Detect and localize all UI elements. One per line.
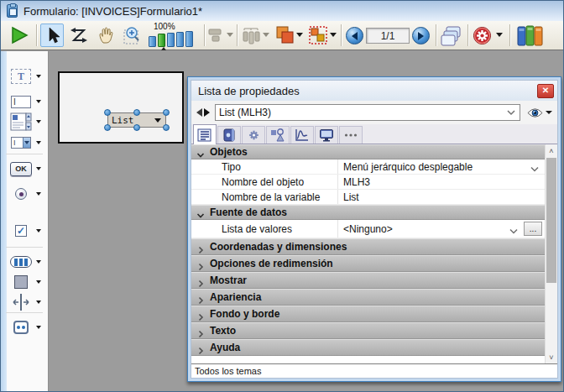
- dropdown-arrow-icon[interactable]: [36, 192, 41, 196]
- selection-handle-top-right[interactable]: [163, 109, 170, 116]
- form-properties-button[interactable]: [473, 26, 492, 45]
- section-header-fuente-de-datos[interactable]: Fuente de datos: [191, 205, 545, 220]
- section-header-mostrar[interactable]: Mostrar: [191, 272, 545, 289]
- splitter-tool[interactable]: [9, 292, 48, 312]
- dropdown-arrow-icon[interactable]: [36, 100, 41, 103]
- window-title: Formulario: [INVOICES]Formulario1*: [24, 5, 202, 18]
- next-object-button[interactable]: [204, 108, 210, 117]
- selection-handle-top-left[interactable]: [104, 109, 111, 116]
- selection-handle-top-center[interactable]: [133, 109, 140, 116]
- form-canvas[interactable]: List: [58, 71, 184, 144]
- section-header-coordenadas-y-dimensiones[interactable]: Coordenadas y dimensiones: [191, 238, 545, 255]
- selection-handle-bottom-right[interactable]: [163, 124, 170, 131]
- themes-status-bar[interactable]: Todos los temas: [191, 363, 557, 378]
- tab-data[interactable]: [217, 126, 241, 144]
- property-value[interactable]: MLH3: [337, 175, 545, 189]
- dropdown-arrow-icon[interactable]: [36, 301, 41, 304]
- align-dropdown[interactable]: [227, 33, 233, 37]
- chevron-down-icon[interactable]: [530, 164, 540, 170]
- section-header-objetos[interactable]: Objetos: [191, 144, 545, 159]
- text-tool[interactable]: T: [9, 66, 48, 86]
- level-tool-button[interactable]: [274, 25, 295, 45]
- zoom-bar-5[interactable]: [185, 31, 193, 47]
- property-panel-titlebar[interactable]: Lista de propiedades ✕: [191, 81, 557, 101]
- tab-property-list[interactable]: [193, 124, 217, 144]
- view-options-button[interactable]: [527, 107, 552, 118]
- previous-object-button[interactable]: [196, 108, 202, 117]
- entry-order-icon: [70, 26, 88, 44]
- dropdown-arrow-icon[interactable]: [36, 167, 41, 170]
- align-tool-button[interactable]: [207, 28, 226, 43]
- form-editor-window: Formulario: [INVOICES]Formulario1* 100%: [0, 0, 564, 392]
- text-tool-icon: T: [11, 69, 31, 84]
- scroll-down-icon[interactable]: ˅: [546, 351, 557, 363]
- tab-settings[interactable]: [242, 126, 265, 144]
- property-value-text: List: [343, 191, 545, 203]
- next-page-button[interactable]: [412, 27, 430, 44]
- tab-objects[interactable]: [266, 126, 290, 144]
- dropdown-arrow-icon[interactable]: [36, 260, 41, 264]
- dropdown-arrow-icon[interactable]: [36, 229, 41, 233]
- section-header-fondo-y-borde[interactable]: Fondo y borde: [191, 306, 545, 322]
- checkbox-tool[interactable]: ✓: [9, 221, 48, 241]
- section-label: Mostrar: [210, 274, 247, 286]
- property-value[interactable]: Menú jerárquico desplegable: [337, 159, 545, 174]
- selection-handle-bottom-center[interactable]: [133, 124, 140, 131]
- dropdown-arrow-icon[interactable]: [36, 120, 41, 123]
- section-header-texto[interactable]: Texto: [191, 322, 545, 339]
- hand-tool-button[interactable]: [94, 24, 118, 47]
- group-tool-button[interactable]: [308, 25, 328, 45]
- dropdown-arrow-icon[interactable]: [36, 326, 41, 329]
- zoom-bar-3[interactable]: [167, 33, 175, 47]
- dropdown-arrow-icon[interactable]: [36, 280, 41, 284]
- zoom-bar-1[interactable]: [149, 36, 156, 47]
- scrollbar-thumb[interactable]: [546, 158, 556, 283]
- library-button[interactable]: [516, 24, 543, 47]
- ellipsis-button[interactable]: ...: [524, 222, 542, 236]
- distribute-icon: [241, 26, 261, 44]
- section-header-ayuda[interactable]: Ayuda: [191, 339, 545, 356]
- zoom-bar-2-active[interactable]: [158, 34, 165, 47]
- rectangle-tool[interactable]: [9, 272, 48, 292]
- property-grid-scrollbar[interactable]: ˄ ˅: [545, 144, 557, 363]
- pointer-tool-button[interactable]: [40, 24, 64, 47]
- tab-events[interactable]: [290, 126, 314, 144]
- plugin-area-tool[interactable]: [9, 317, 48, 337]
- radio-button-tool[interactable]: [9, 184, 48, 204]
- toolbar-separator: [467, 24, 468, 46]
- level-dropdown[interactable]: [296, 33, 303, 37]
- group-dropdown[interactable]: [330, 33, 337, 37]
- property-label: Nombre de la variable: [191, 191, 337, 203]
- property-value-text: MLH3: [343, 176, 545, 188]
- previous-page-button[interactable]: [346, 27, 363, 44]
- button-tool[interactable]: OK: [9, 159, 48, 179]
- zoom-bar-4[interactable]: [176, 32, 184, 47]
- form-properties-dropdown[interactable]: [496, 33, 503, 37]
- section-header-opciones-de-redimension[interactable]: Opciones de redimensión: [191, 255, 545, 272]
- distribute-dropdown[interactable]: [263, 33, 269, 37]
- property-value[interactable]: List: [337, 190, 545, 204]
- tab-more[interactable]: [339, 126, 363, 144]
- button-grid-tool[interactable]: [9, 252, 48, 272]
- dropdown-arrow-icon[interactable]: [36, 75, 41, 78]
- zoom-tool-button[interactable]: [121, 24, 144, 47]
- combo-box-tool[interactable]: I: [9, 133, 48, 153]
- section-header-apariencia[interactable]: Apariencia: [191, 289, 545, 306]
- object-selector-combo[interactable]: List (MLH3): [215, 104, 520, 121]
- listbox-tool[interactable]: [9, 112, 48, 132]
- property-value[interactable]: <Ninguno>...: [337, 220, 545, 238]
- rectangle-tool-icon: [14, 275, 28, 289]
- distribute-tool-button[interactable]: [241, 26, 261, 44]
- close-button[interactable]: ✕: [537, 84, 554, 98]
- scroll-up-icon[interactable]: ˄: [546, 144, 557, 157]
- chevron-down-icon[interactable]: [509, 226, 519, 233]
- zoom-bars-control[interactable]: 100%: [149, 22, 201, 50]
- selection-handle-bottom-left[interactable]: [104, 124, 111, 131]
- tab-display[interactable]: [315, 126, 338, 144]
- entry-order-tool-button[interactable]: [67, 24, 91, 47]
- pages-list-button[interactable]: [440, 24, 462, 47]
- dropdown-arrow-icon[interactable]: [36, 141, 41, 144]
- run-form-button[interactable]: [8, 24, 31, 47]
- button-tool-icon: OK: [10, 162, 32, 176]
- input-tool[interactable]: I: [9, 91, 48, 112]
